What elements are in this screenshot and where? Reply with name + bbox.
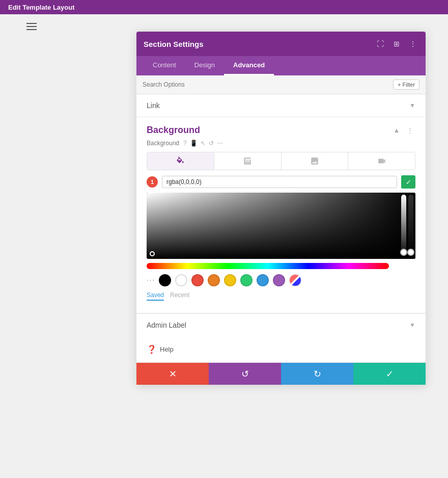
help-label[interactable]: Help (160, 346, 174, 353)
help-icon: ❓ (147, 344, 157, 354)
link-chevron-icon: ▼ (409, 102, 415, 109)
tab-advanced[interactable]: Advanced (224, 56, 274, 75)
color-sliders (401, 195, 413, 257)
search-bar: + Filter (136, 75, 426, 94)
bg-type-gradient[interactable] (214, 152, 282, 170)
bg-collapse-icon[interactable]: ▲ (391, 124, 402, 136)
bg-section-header: Background ▲ ⋮ (147, 117, 415, 140)
panel-header: Section Settings ⛶ ⊞ ⋮ (136, 32, 426, 56)
alpha-slider[interactable] (408, 195, 413, 257)
top-bar: Edit Template Layout (0, 0, 448, 14)
filter-button[interactable]: + Filter (393, 79, 419, 90)
color-picker: 1 ✓ (147, 175, 415, 269)
link-section: Link ▼ (136, 94, 426, 117)
bg-sub-row: Background ? 📱 ↖ ↺ ⋯ (147, 140, 415, 147)
gradient-icon (243, 156, 252, 166)
section-settings-panel: Section Settings ⛶ ⊞ ⋮ Content Design Ad… (136, 32, 426, 385)
fullscreen-icon[interactable]: ⛶ (375, 38, 386, 49)
redo-button[interactable]: ↻ (281, 363, 353, 385)
bg-type-tabs (147, 152, 415, 170)
panel-body: Link ▼ Background ▲ ⋮ Background (136, 94, 426, 362)
swatch-orange[interactable] (208, 274, 220, 286)
swatch-white[interactable] (175, 274, 187, 286)
bg-type-color[interactable] (147, 152, 214, 170)
hue-slider[interactable] (147, 263, 389, 269)
more-options-icon[interactable]: ⋮ (407, 38, 418, 49)
admin-label-title: Admin Label (147, 321, 186, 329)
swatches-more-icon[interactable]: ··· (147, 276, 155, 285)
alpha-handle[interactable] (407, 249, 414, 256)
top-bar-title: Edit Template Layout (8, 4, 75, 11)
color-badge: 1 (147, 176, 158, 188)
bg-dots-icon[interactable]: ⋯ (217, 140, 223, 147)
bg-more-icon[interactable]: ⋮ (404, 124, 415, 136)
swatch-yellow[interactable] (224, 274, 236, 286)
brightness-handle[interactable] (400, 249, 407, 256)
color-fill-icon (176, 156, 185, 166)
hamburger-menu[interactable] (26, 23, 37, 30)
link-section-title: Link (147, 101, 160, 110)
confirm-button[interactable]: ✓ (353, 363, 426, 385)
bg-title: Background (147, 125, 200, 136)
swatch-black[interactable] (159, 274, 171, 286)
swatch-custom[interactable] (289, 274, 301, 286)
swatch-blue[interactable] (257, 274, 269, 286)
panel-title: Section Settings (144, 40, 204, 48)
color-picker-handle-main[interactable] (150, 251, 155, 256)
bg-type-image[interactable] (282, 152, 349, 170)
bg-reset-icon[interactable]: ↺ (209, 140, 214, 147)
admin-chevron-icon: ▼ (409, 322, 415, 329)
swatch-red[interactable] (191, 274, 204, 286)
panel-footer: ✕ ↺ ↻ ✓ (136, 362, 426, 385)
link-section-header[interactable]: Link ▼ (136, 94, 426, 117)
columns-icon[interactable]: ⊞ (391, 38, 402, 49)
admin-label-section[interactable]: Admin Label ▼ (136, 313, 426, 336)
image-icon (310, 156, 319, 166)
brightness-slider[interactable] (401, 195, 406, 257)
tab-content[interactable]: Content (144, 56, 185, 75)
color-input-row: 1 ✓ (147, 175, 415, 189)
color-value-input[interactable] (162, 176, 397, 188)
panel-tabs: Content Design Advanced (136, 56, 426, 75)
color-gradient-canvas[interactable] (147, 193, 415, 259)
color-confirm-button[interactable]: ✓ (401, 175, 415, 189)
color-swatches-row: ··· (147, 274, 415, 286)
panel-header-icons: ⛶ ⊞ ⋮ (375, 38, 418, 49)
swatch-tabs: Saved Recent (147, 291, 415, 301)
help-row: ❓ Help (136, 336, 426, 362)
swatch-tab-saved[interactable]: Saved (147, 291, 164, 301)
bg-sub-label: Background (147, 140, 179, 147)
bg-section-controls: ▲ ⋮ (391, 124, 415, 136)
bg-type-video[interactable] (348, 152, 415, 170)
bg-sub-icons: ? 📱 ↖ ↺ ⋯ (183, 140, 223, 147)
tab-design[interactable]: Design (185, 56, 224, 75)
swatch-tab-recent[interactable]: Recent (170, 291, 189, 301)
bg-arrow-icon[interactable]: ↖ (201, 140, 206, 147)
swatch-green[interactable] (240, 274, 253, 286)
video-icon (377, 156, 386, 166)
bg-help-icon[interactable]: ? (183, 140, 187, 147)
cancel-button[interactable]: ✕ (136, 363, 209, 385)
bg-mobile-icon[interactable]: 📱 (190, 140, 198, 147)
swatch-purple[interactable] (273, 274, 285, 286)
search-options-input[interactable] (143, 81, 393, 88)
bg-section-body: Background ▲ ⋮ Background ? 📱 ↖ ↺ ⋯ (136, 117, 426, 313)
background-section: Background ▲ ⋮ Background ? 📱 ↖ ↺ ⋯ (136, 117, 426, 313)
undo-button[interactable]: ↺ (209, 363, 281, 385)
